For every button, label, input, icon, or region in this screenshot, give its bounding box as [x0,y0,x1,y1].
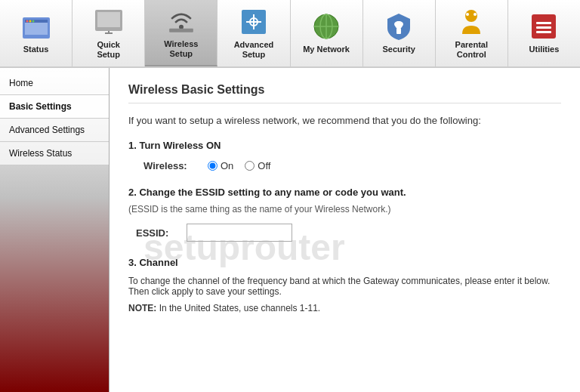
sidebar-item-wireless-status[interactable]: Wireless Status [0,142,109,165]
intro-text: If you want to setup a wireless network,… [128,115,561,126]
svg-rect-7 [97,12,120,27]
step2-sub: (ESSID is the same thing as the name of … [128,204,561,215]
essid-row: ESSID: [128,224,561,242]
sidebar: Home Basic Settings Advanced Settings Wi… [0,68,110,392]
svg-point-4 [29,20,31,23]
top-navigation: Status QuickSetup WirelessSetup Advanced… [0,0,580,68]
svg-point-23 [465,10,477,22]
step3-description: To change the channel of the frequency b… [128,276,561,297]
radio-off-option[interactable]: Off [245,160,270,171]
nav-status-label: Status [23,45,49,54]
nav-my-network-label: My Network [303,45,350,54]
svg-point-25 [474,13,477,16]
nav-advanced-setup-label: AdvancedSetup [234,40,274,60]
sidebar-item-advanced-settings[interactable]: Advanced Settings [0,119,109,142]
page-title: Wireless Basic Settings [128,83,561,103]
nav-quick-setup-label: QuickSetup [97,40,120,60]
svg-point-5 [32,20,34,23]
note-label: NOTE: [128,303,156,313]
nav-my-network[interactable]: My Network [291,0,363,66]
nav-parental-control-label: ParentalControl [455,40,488,60]
svg-point-3 [26,20,28,23]
nav-quick-setup[interactable]: QuickSetup [72,0,145,66]
nav-wireless-setup[interactable]: WirelessSetup [145,0,218,66]
radio-on-option[interactable]: On [208,160,233,171]
nav-wireless-setup-label: WirelessSetup [164,39,198,59]
wireless-toggle-row: Wireless: On Off [128,160,561,171]
radio-on-label: On [221,160,233,171]
wireless-radio-group: On Off [208,160,270,171]
svg-rect-28 [536,26,551,29]
svg-point-24 [466,13,469,16]
main-layout: Home Basic Settings Advanced Settings Wi… [0,68,580,392]
nav-advanced-setup[interactable]: AdvancedSetup [218,0,290,66]
essid-input[interactable] [187,224,292,242]
svg-rect-29 [536,31,551,33]
step2-header: 2. Change the ESSID setting to any name … [128,187,561,198]
nav-parental-control[interactable]: ParentalControl [436,0,508,66]
nav-utilities[interactable]: Utilities [508,0,580,66]
nav-utilities-label: Utilities [529,45,560,54]
radio-off-input[interactable] [245,161,255,171]
radio-on-input[interactable] [208,161,218,171]
svg-rect-21 [396,28,401,34]
essid-label: ESSID: [136,227,177,239]
nav-status[interactable]: Status [0,0,72,66]
svg-rect-11 [169,29,193,32]
radio-off-label: Off [258,160,270,171]
sidebar-item-basic-settings[interactable]: Basic Settings [0,95,109,119]
note-content: In the United States, use channels 1-11. [159,303,320,313]
main-content: Wireless Basic Settings If you want to s… [110,68,580,392]
wireless-label: Wireless: [143,160,196,171]
note-text: NOTE: In the United States, use channels… [128,303,561,313]
step3-header: 3. Channel [128,257,561,268]
nav-security-label: Security [382,45,415,54]
sidebar-item-home[interactable]: Home [0,72,109,95]
step1-header: 1. Turn Wireless ON [128,140,561,151]
nav-security[interactable]: Security [363,0,436,66]
svg-rect-27 [536,22,551,24]
